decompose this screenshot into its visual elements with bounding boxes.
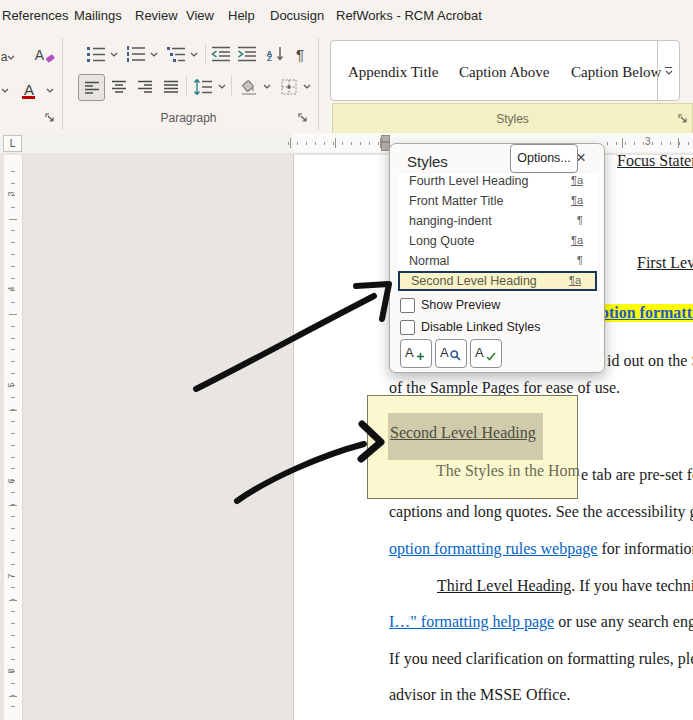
tab-review[interactable]: Review: [135, 8, 178, 23]
styles-group-highlight: Styles: [332, 103, 693, 135]
button-divider: [231, 76, 232, 96]
ruler-number: 5: [6, 382, 16, 387]
hyperlink-option-formatting[interactable]: option formatting rules webpage: [389, 540, 597, 557]
doc-highlighted-link-fragment[interactable]: ption formatting ru: [600, 304, 693, 322]
borders-button[interactable]: [276, 74, 301, 99]
indent-marker[interactable]: [381, 135, 389, 150]
align-center-button[interactable]: [106, 74, 131, 99]
magnifier-icon: [450, 350, 461, 361]
doc-line-preset-fragment: e tab are pre-set fo: [581, 466, 693, 484]
tab-help[interactable]: Help: [228, 8, 255, 23]
paragraph-dialog-launcher-icon[interactable]: [297, 112, 309, 124]
plus-icon: [416, 352, 425, 361]
style-item-normal[interactable]: Normal¶: [398, 251, 597, 271]
tab-refworks[interactable]: RefWorks - RCM: [336, 8, 434, 23]
callout-body-text: The Styles in the Hom: [436, 462, 580, 480]
font-color-button[interactable]: A: [16, 76, 42, 102]
paragraph-style-icon: ¶: [577, 214, 583, 226]
numbered-list-button[interactable]: [124, 42, 148, 66]
multilevel-list-button[interactable]: [164, 42, 188, 66]
style-item-long-quote[interactable]: Long Quote¶a: [398, 231, 597, 251]
align-right-button[interactable]: [132, 74, 157, 99]
shading-button[interactable]: [236, 74, 261, 99]
ruler-tick: [622, 138, 623, 148]
font-color-dropdown[interactable]: [44, 82, 56, 98]
style-caption-above[interactable]: Caption Above: [459, 64, 549, 81]
line-spacing-button[interactable]: [190, 74, 216, 99]
sort-button[interactable]: A Z: [262, 42, 288, 66]
change-case-button[interactable]: a: [0, 46, 16, 68]
tab-mailings[interactable]: Mailings: [74, 8, 122, 23]
doc-line-option-link: option formatting rules webpage for info…: [389, 540, 693, 558]
doc-line-third-heading: Third Level Heading. If you have technic…: [437, 577, 693, 595]
linked-style-icon: ¶a: [571, 174, 583, 186]
ruler-tick: [335, 138, 336, 148]
gallery-more-button[interactable]: [658, 41, 679, 100]
styles-dialog-launcher-icon[interactable]: [677, 113, 689, 125]
numbered-list-dropdown[interactable]: [148, 47, 160, 61]
vertical-ruler: 3 4 5 6 7 8: [4, 155, 23, 720]
doc-line-laid-out: id out on the Sample: [607, 352, 693, 370]
font-dialog-launcher-icon[interactable]: [44, 112, 56, 124]
line-spacing-dropdown[interactable]: [216, 79, 228, 93]
disable-linked-checkbox[interactable]: [400, 320, 415, 335]
chevron-down-icon: [263, 84, 271, 89]
style-item-second-level-heading[interactable]: Second Level Heading¶a: [398, 271, 597, 291]
tab-docusign[interactable]: Docusign: [270, 8, 324, 23]
show-hide-pilcrow-button[interactable]: ¶: [290, 42, 310, 66]
button-divider: [205, 44, 206, 64]
borders-dropdown[interactable]: [301, 79, 313, 93]
callout-second-level-heading: Second Level Heading: [390, 424, 536, 442]
doc-line-captions: captions and long quotes. See the access…: [389, 503, 693, 521]
chevron-down-icon: [190, 52, 198, 57]
manage-styles-button[interactable]: A: [470, 339, 502, 368]
tab-selector[interactable]: L: [3, 135, 22, 152]
tab-references[interactable]: References: [2, 8, 68, 23]
style-item-hanging-indent[interactable]: hanging-indent¶: [398, 211, 597, 231]
options-button[interactable]: Options...: [510, 144, 578, 173]
style-item-front-matter[interactable]: Front Matter Title¶a: [398, 191, 597, 211]
decrease-indent-button[interactable]: [209, 42, 233, 66]
chevron-down-icon: [303, 84, 311, 89]
check-icon: [486, 352, 496, 361]
styles-pane-title: Styles: [407, 153, 448, 170]
styles-pane: Styles × Fourth Level Heading¶a Front Ma…: [389, 143, 605, 373]
justify-button[interactable]: [158, 74, 183, 99]
font-color-bar: [22, 96, 35, 99]
doc-line-help-link: I…" formatting help page or use any sear…: [389, 613, 693, 631]
ruler-ticks: [288, 142, 385, 145]
styles-group-label: Styles: [333, 112, 692, 126]
bullet-list-dropdown[interactable]: [108, 47, 120, 61]
hyperlink-formatting-help[interactable]: I…" formatting help page: [389, 613, 554, 630]
style-caption-below[interactable]: Caption Below: [571, 64, 661, 81]
style-appendix-title[interactable]: Appendix Title: [348, 64, 438, 81]
doc-line-advisor: advisor in the MSSE Office.: [389, 686, 570, 704]
multilevel-list-dropdown[interactable]: [188, 47, 200, 61]
ribbon: a A A A Z: [0, 30, 693, 134]
bullet-list-button[interactable]: [84, 42, 108, 66]
styles-list: Fourth Level Heading¶a Front Matter Titl…: [398, 174, 597, 293]
paragraph-group-label: Paragraph: [62, 111, 315, 125]
chevron-down-icon: [46, 88, 54, 93]
tab-acrobat[interactable]: Acrobat: [437, 8, 482, 23]
increase-indent-button[interactable]: [235, 42, 259, 66]
down-arrow-icon: [276, 46, 284, 62]
third-level-heading: Third Level Heading: [437, 577, 571, 594]
align-left-button[interactable]: [78, 74, 105, 101]
style-item-fourth-level[interactable]: Fourth Level Heading¶a: [398, 174, 597, 191]
chevron-down-icon: [665, 70, 673, 75]
ruler-tick: [678, 138, 679, 148]
style-inspector-button[interactable]: A: [435, 339, 467, 368]
new-style-button[interactable]: A: [400, 339, 432, 368]
shading-dropdown[interactable]: [261, 79, 273, 93]
linked-style-icon: ¶a: [571, 234, 583, 246]
show-preview-checkbox[interactable]: [400, 298, 415, 313]
clear-formatting-button[interactable]: A: [31, 42, 59, 68]
button-divider: [186, 76, 187, 96]
callout-box: Second Level Heading The Styles in the H…: [367, 395, 578, 499]
ruler-number: 6: [6, 478, 16, 483]
ruler-number: 7: [6, 573, 16, 578]
highlight-dropdown-partial[interactable]: [0, 82, 10, 98]
eraser-icon: [45, 53, 55, 63]
tab-view[interactable]: View: [186, 8, 214, 23]
